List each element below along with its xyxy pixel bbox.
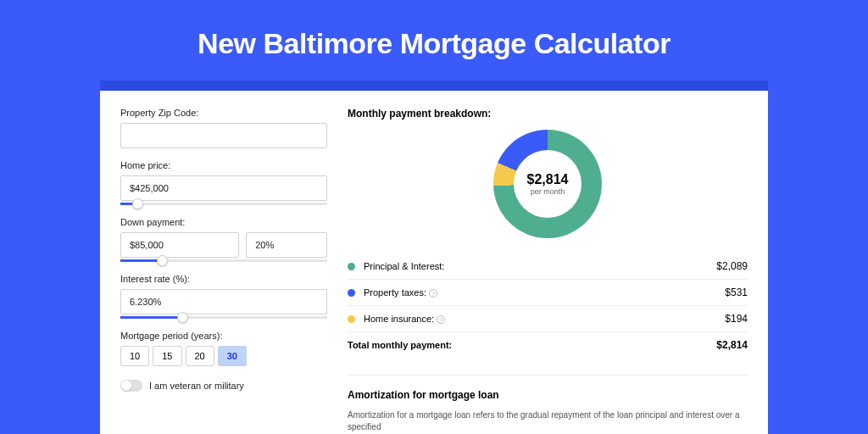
period-btn-20[interactable]: 20 — [186, 346, 214, 366]
legend-value: $194 — [725, 313, 748, 325]
interest-label: Interest rate (%): — [120, 274, 327, 284]
info-icon[interactable]: ? — [437, 315, 445, 324]
legend-dot — [348, 315, 355, 323]
veteran-label: I am veteran or military — [149, 381, 244, 391]
down-payment-field: Down payment: — [120, 217, 327, 262]
home-price-input[interactable] — [120, 175, 327, 201]
veteran-row: I am veteran or military — [120, 380, 327, 392]
donut-amount: $2,814 — [527, 172, 569, 187]
legend: Principal & Interest:$2,089Property taxe… — [348, 253, 748, 332]
legend-dot — [348, 289, 355, 297]
home-price-field: Home price: — [120, 160, 327, 205]
legend-value: $2,089 — [716, 260, 748, 272]
down-payment-label: Down payment: — [120, 217, 327, 227]
veteran-toggle[interactable] — [120, 380, 142, 392]
results-panel: Monthly payment breakdown: $2,814 per mo… — [348, 108, 748, 433]
zip-input[interactable] — [120, 123, 327, 148]
interest-input[interactable] — [120, 289, 327, 314]
total-row: Total monthly payment: $2,814 — [348, 332, 748, 358]
interest-slider[interactable] — [120, 316, 327, 319]
inputs-panel: Property Zip Code: Home price: Down paym… — [120, 108, 327, 433]
period-btn-15[interactable]: 15 — [153, 346, 181, 366]
legend-row: Principal & Interest:$2,089 — [348, 253, 748, 280]
amortization-text: Amortization for a mortgage loan refers … — [348, 409, 748, 433]
legend-row: Property taxes:?$531 — [348, 280, 748, 306]
home-price-slider[interactable] — [120, 203, 327, 205]
period-btn-10[interactable]: 10 — [120, 346, 149, 366]
period-btn-30[interactable]: 30 — [218, 346, 247, 366]
period-options: 10152030 — [120, 346, 327, 366]
total-label: Total monthly payment: — [348, 340, 716, 350]
amortization-title: Amortization for mortgage loan — [348, 389, 748, 401]
page-title: New Baltimore Mortgage Calculator — [0, 0, 868, 81]
legend-dot — [348, 263, 355, 270]
legend-value: $531 — [725, 287, 748, 298]
period-field: Mortgage period (years): 10152030 — [120, 331, 327, 366]
period-label: Mortgage period (years): — [120, 331, 327, 341]
down-payment-pct-input[interactable] — [246, 232, 327, 258]
donut-center: $2,814 per month — [514, 150, 581, 218]
donut-chart: $2,814 per month — [348, 130, 748, 238]
legend-row: Home insurance:?$194 — [348, 306, 748, 332]
zip-label: Property Zip Code: — [120, 108, 327, 118]
slider-thumb[interactable] — [157, 255, 168, 266]
breakdown-title: Monthly payment breakdown: — [348, 108, 748, 120]
zip-field: Property Zip Code: — [120, 108, 327, 148]
donut-sub: per month — [531, 187, 565, 196]
legend-label: Home insurance:? — [364, 314, 725, 324]
legend-label: Property taxes:? — [364, 287, 725, 298]
slider-thumb[interactable] — [177, 312, 188, 323]
total-value: $2,814 — [716, 339, 748, 351]
legend-label: Principal & Interest: — [364, 261, 716, 271]
slider-thumb[interactable] — [132, 198, 143, 209]
interest-field: Interest rate (%): — [120, 274, 327, 319]
down-payment-slider[interactable] — [120, 259, 327, 262]
calculator-card: Property Zip Code: Home price: Down paym… — [100, 91, 768, 434]
amortization-section: Amortization for mortgage loan Amortizat… — [348, 375, 748, 433]
info-icon[interactable]: ? — [429, 289, 437, 298]
home-price-label: Home price: — [120, 160, 327, 170]
down-payment-input[interactable] — [120, 232, 239, 258]
calculator-container: Property Zip Code: Home price: Down paym… — [100, 81, 768, 434]
